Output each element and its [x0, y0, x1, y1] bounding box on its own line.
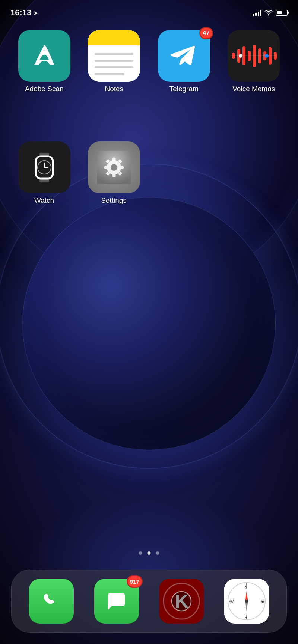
notes-icon	[88, 30, 140, 82]
status-right	[253, 10, 288, 16]
app-item-settings[interactable]: Settings	[81, 141, 147, 205]
settings-icon-wrapper	[88, 141, 140, 193]
settings-label: Settings	[101, 196, 127, 205]
dock: 917 K	[11, 570, 287, 633]
wallpaper	[0, 0, 298, 644]
notes-icon-wrapper	[88, 30, 140, 82]
app-item-adobe-scan[interactable]: Adobe Scan	[11, 30, 77, 93]
app-item-watch[interactable]: Watch	[11, 141, 77, 205]
svg-rect-3	[95, 53, 133, 55]
dock-app-phone[interactable]	[29, 579, 74, 624]
svg-text:W: W	[230, 599, 234, 603]
svg-rect-25	[39, 153, 49, 157]
dock-app-safari[interactable]: N S W E	[224, 579, 269, 624]
telegram-icon-wrapper: 47	[158, 30, 210, 82]
safari-dock-icon: N S W E	[224, 579, 269, 624]
app-item-telegram[interactable]: 47 Telegram	[151, 30, 217, 93]
svg-point-41	[172, 592, 191, 611]
telegram-label: Telegram	[169, 85, 199, 93]
dock-app-onyx[interactable]: K	[159, 579, 204, 624]
signal-bars-icon	[253, 10, 262, 16]
voice-memos-icon-wrapper	[228, 30, 280, 82]
svg-text:S: S	[245, 614, 247, 618]
wifi-icon	[264, 10, 273, 16]
watch-label: Watch	[34, 196, 54, 205]
svg-rect-5	[95, 66, 133, 68]
glow-planet	[22, 197, 276, 450]
adobe-scan-icon-wrapper	[18, 30, 70, 82]
svg-rect-6	[95, 73, 124, 75]
svg-text:E: E	[261, 599, 264, 603]
svg-point-54	[245, 600, 248, 603]
svg-rect-4	[95, 60, 133, 62]
svg-rect-19	[231, 55, 277, 56]
status-time: 16:13 ➤	[10, 8, 38, 17]
app-item-voice-memos[interactable]: Voice Memos	[221, 30, 287, 93]
app-grid-row1: Adobe Scan Notes 47	[0, 30, 298, 93]
onyx-dock-icon: K	[159, 579, 204, 624]
settings-icon	[88, 141, 140, 193]
svg-rect-2	[88, 30, 140, 45]
svg-rect-26	[39, 178, 49, 182]
battery-icon	[276, 10, 288, 16]
dock-app-messages[interactable]: 917	[94, 579, 139, 624]
location-arrow-icon: ➤	[34, 10, 38, 16]
voice-memos-label: Voice Memos	[232, 85, 275, 93]
notes-label: Notes	[105, 85, 123, 93]
page-dot-2[interactable]	[156, 551, 159, 555]
adobe-scan-icon	[18, 30, 70, 82]
app-grid-row2: Watch	[0, 141, 298, 205]
watch-icon-wrapper	[18, 141, 70, 193]
messages-dock-badge: 917	[127, 575, 143, 588]
svg-point-37	[111, 164, 117, 171]
app-item-notes[interactable]: Notes	[81, 30, 148, 93]
svg-text:N: N	[245, 585, 247, 589]
page-dot-0[interactable]	[139, 551, 142, 555]
phone-dock-icon	[29, 579, 74, 624]
watch-icon	[18, 141, 70, 193]
voice-memos-icon	[228, 30, 280, 82]
svg-point-0	[268, 14, 269, 15]
time-display: 16:13	[10, 8, 31, 17]
page-dots	[139, 551, 159, 555]
adobe-scan-label: Adobe Scan	[25, 85, 64, 93]
glow-bottom	[19, 495, 279, 570]
page-dot-1[interactable]	[148, 551, 151, 555]
status-bar: 16:13 ➤	[0, 0, 298, 20]
telegram-badge: 47	[199, 27, 213, 39]
